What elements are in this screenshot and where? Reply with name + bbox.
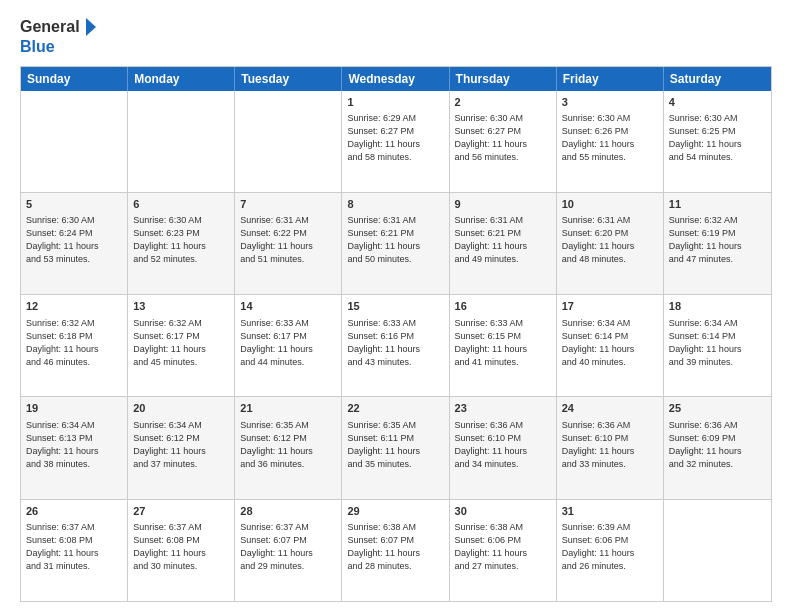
day-info: Sunrise: 6:32 AM Sunset: 6:17 PM Dayligh…: [133, 317, 229, 369]
day-number: 29: [347, 504, 443, 519]
day-info: Sunrise: 6:30 AM Sunset: 6:23 PM Dayligh…: [133, 214, 229, 266]
day-number: 10: [562, 197, 658, 212]
calendar-row: 1Sunrise: 6:29 AM Sunset: 6:27 PM Daylig…: [21, 91, 771, 192]
calendar-row: 12Sunrise: 6:32 AM Sunset: 6:18 PM Dayli…: [21, 294, 771, 396]
day-info: Sunrise: 6:36 AM Sunset: 6:09 PM Dayligh…: [669, 419, 766, 471]
day-number: 16: [455, 299, 551, 314]
calendar-cell: 18Sunrise: 6:34 AM Sunset: 6:14 PM Dayli…: [664, 295, 771, 396]
day-info: Sunrise: 6:30 AM Sunset: 6:25 PM Dayligh…: [669, 112, 766, 164]
day-info: Sunrise: 6:31 AM Sunset: 6:21 PM Dayligh…: [455, 214, 551, 266]
calendar: SundayMondayTuesdayWednesdayThursdayFrid…: [20, 66, 772, 602]
calendar-cell: 8Sunrise: 6:31 AM Sunset: 6:21 PM Daylig…: [342, 193, 449, 294]
day-number: 26: [26, 504, 122, 519]
calendar-header-row: SundayMondayTuesdayWednesdayThursdayFrid…: [21, 67, 771, 91]
day-info: Sunrise: 6:31 AM Sunset: 6:21 PM Dayligh…: [347, 214, 443, 266]
calendar-cell: 26Sunrise: 6:37 AM Sunset: 6:08 PM Dayli…: [21, 500, 128, 601]
day-info: Sunrise: 6:37 AM Sunset: 6:07 PM Dayligh…: [240, 521, 336, 573]
day-number: 13: [133, 299, 229, 314]
day-number: 19: [26, 401, 122, 416]
header: General Blue: [20, 16, 772, 56]
page: General Blue SundayMondayTuesdayWednesda…: [0, 0, 792, 612]
day-number: 11: [669, 197, 766, 212]
calendar-cell: 17Sunrise: 6:34 AM Sunset: 6:14 PM Dayli…: [557, 295, 664, 396]
day-info: Sunrise: 6:29 AM Sunset: 6:27 PM Dayligh…: [347, 112, 443, 164]
calendar-cell: 4Sunrise: 6:30 AM Sunset: 6:25 PM Daylig…: [664, 91, 771, 192]
day-number: 1: [347, 95, 443, 110]
day-number: 31: [562, 504, 658, 519]
calendar-cell: 20Sunrise: 6:34 AM Sunset: 6:12 PM Dayli…: [128, 397, 235, 498]
day-info: Sunrise: 6:30 AM Sunset: 6:26 PM Dayligh…: [562, 112, 658, 164]
calendar-header-cell: Thursday: [450, 67, 557, 91]
day-number: 23: [455, 401, 551, 416]
calendar-header-cell: Monday: [128, 67, 235, 91]
calendar-cell: 7Sunrise: 6:31 AM Sunset: 6:22 PM Daylig…: [235, 193, 342, 294]
calendar-cell: 27Sunrise: 6:37 AM Sunset: 6:08 PM Dayli…: [128, 500, 235, 601]
day-number: 24: [562, 401, 658, 416]
day-info: Sunrise: 6:34 AM Sunset: 6:14 PM Dayligh…: [562, 317, 658, 369]
day-info: Sunrise: 6:34 AM Sunset: 6:14 PM Dayligh…: [669, 317, 766, 369]
day-number: 2: [455, 95, 551, 110]
day-number: 6: [133, 197, 229, 212]
day-number: 18: [669, 299, 766, 314]
calendar-header-cell: Sunday: [21, 67, 128, 91]
calendar-cell: 11Sunrise: 6:32 AM Sunset: 6:19 PM Dayli…: [664, 193, 771, 294]
day-number: 9: [455, 197, 551, 212]
day-info: Sunrise: 6:37 AM Sunset: 6:08 PM Dayligh…: [26, 521, 122, 573]
svg-marker-0: [86, 18, 96, 36]
calendar-cell: [235, 91, 342, 192]
day-number: 27: [133, 504, 229, 519]
calendar-cell: 15Sunrise: 6:33 AM Sunset: 6:16 PM Dayli…: [342, 295, 449, 396]
calendar-cell: 24Sunrise: 6:36 AM Sunset: 6:10 PM Dayli…: [557, 397, 664, 498]
day-info: Sunrise: 6:36 AM Sunset: 6:10 PM Dayligh…: [455, 419, 551, 471]
calendar-header-cell: Wednesday: [342, 67, 449, 91]
calendar-header-cell: Saturday: [664, 67, 771, 91]
day-info: Sunrise: 6:38 AM Sunset: 6:07 PM Dayligh…: [347, 521, 443, 573]
day-info: Sunrise: 6:33 AM Sunset: 6:15 PM Dayligh…: [455, 317, 551, 369]
day-info: Sunrise: 6:36 AM Sunset: 6:10 PM Dayligh…: [562, 419, 658, 471]
logo-general: General: [20, 18, 80, 36]
day-info: Sunrise: 6:33 AM Sunset: 6:17 PM Dayligh…: [240, 317, 336, 369]
day-info: Sunrise: 6:31 AM Sunset: 6:22 PM Dayligh…: [240, 214, 336, 266]
day-info: Sunrise: 6:30 AM Sunset: 6:24 PM Dayligh…: [26, 214, 122, 266]
calendar-cell: 21Sunrise: 6:35 AM Sunset: 6:12 PM Dayli…: [235, 397, 342, 498]
calendar-body: 1Sunrise: 6:29 AM Sunset: 6:27 PM Daylig…: [21, 91, 771, 601]
day-number: 15: [347, 299, 443, 314]
logo-blue: Blue: [20, 38, 55, 55]
calendar-cell: 9Sunrise: 6:31 AM Sunset: 6:21 PM Daylig…: [450, 193, 557, 294]
day-number: 17: [562, 299, 658, 314]
day-info: Sunrise: 6:37 AM Sunset: 6:08 PM Dayligh…: [133, 521, 229, 573]
day-number: 5: [26, 197, 122, 212]
day-number: 22: [347, 401, 443, 416]
calendar-header-cell: Tuesday: [235, 67, 342, 91]
day-number: 28: [240, 504, 336, 519]
day-info: Sunrise: 6:32 AM Sunset: 6:18 PM Dayligh…: [26, 317, 122, 369]
day-info: Sunrise: 6:33 AM Sunset: 6:16 PM Dayligh…: [347, 317, 443, 369]
calendar-cell: [128, 91, 235, 192]
day-number: 7: [240, 197, 336, 212]
day-number: 12: [26, 299, 122, 314]
calendar-cell: 12Sunrise: 6:32 AM Sunset: 6:18 PM Dayli…: [21, 295, 128, 396]
calendar-cell: [21, 91, 128, 192]
calendar-cell: 22Sunrise: 6:35 AM Sunset: 6:11 PM Dayli…: [342, 397, 449, 498]
day-number: 25: [669, 401, 766, 416]
day-info: Sunrise: 6:30 AM Sunset: 6:27 PM Dayligh…: [455, 112, 551, 164]
day-number: 20: [133, 401, 229, 416]
calendar-cell: 6Sunrise: 6:30 AM Sunset: 6:23 PM Daylig…: [128, 193, 235, 294]
day-info: Sunrise: 6:34 AM Sunset: 6:12 PM Dayligh…: [133, 419, 229, 471]
day-number: 14: [240, 299, 336, 314]
calendar-cell: 28Sunrise: 6:37 AM Sunset: 6:07 PM Dayli…: [235, 500, 342, 601]
calendar-cell: 10Sunrise: 6:31 AM Sunset: 6:20 PM Dayli…: [557, 193, 664, 294]
day-info: Sunrise: 6:35 AM Sunset: 6:11 PM Dayligh…: [347, 419, 443, 471]
day-info: Sunrise: 6:38 AM Sunset: 6:06 PM Dayligh…: [455, 521, 551, 573]
calendar-cell: 1Sunrise: 6:29 AM Sunset: 6:27 PM Daylig…: [342, 91, 449, 192]
calendar-cell: 16Sunrise: 6:33 AM Sunset: 6:15 PM Dayli…: [450, 295, 557, 396]
day-info: Sunrise: 6:34 AM Sunset: 6:13 PM Dayligh…: [26, 419, 122, 471]
day-info: Sunrise: 6:39 AM Sunset: 6:06 PM Dayligh…: [562, 521, 658, 573]
day-number: 21: [240, 401, 336, 416]
calendar-row: 5Sunrise: 6:30 AM Sunset: 6:24 PM Daylig…: [21, 192, 771, 294]
day-number: 30: [455, 504, 551, 519]
calendar-cell: 23Sunrise: 6:36 AM Sunset: 6:10 PM Dayli…: [450, 397, 557, 498]
day-info: Sunrise: 6:32 AM Sunset: 6:19 PM Dayligh…: [669, 214, 766, 266]
logo-triangle-icon: [82, 16, 98, 38]
calendar-cell: 5Sunrise: 6:30 AM Sunset: 6:24 PM Daylig…: [21, 193, 128, 294]
